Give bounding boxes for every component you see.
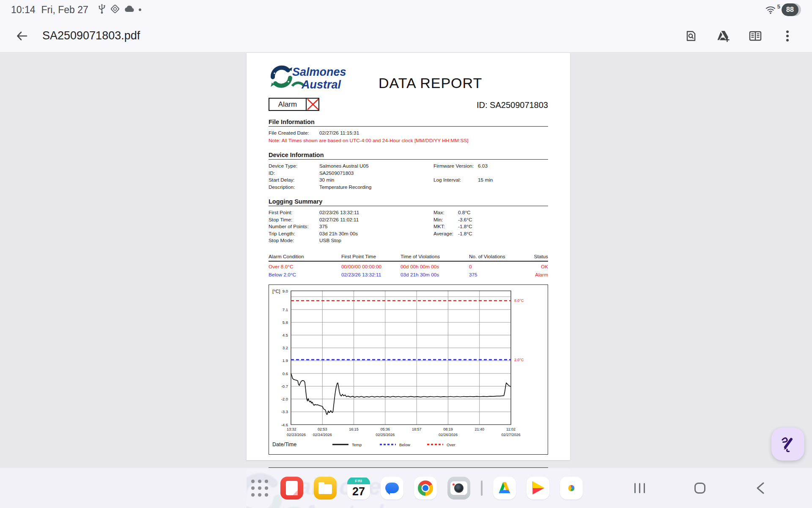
add-to-drive-icon[interactable]	[713, 26, 733, 46]
alarm-flag-label: Alarm	[269, 99, 306, 110]
col-no-of-violations: No. of Violations	[469, 254, 533, 260]
device-info-right: Firmware Version:6.03 Log Interval:15 mi…	[433, 163, 548, 190]
calendar-weekday: FRI	[347, 478, 370, 484]
logo-text-2: Austral	[301, 78, 341, 91]
play-store-app-icon[interactable]	[527, 477, 549, 500]
taskbar: FRI 27	[0, 468, 812, 508]
x-tick-date: 02/27/2026	[501, 433, 520, 437]
device-type-label: Device Type:	[269, 163, 319, 170]
device-info-left: Device Type:Salmones Austral U05 ID:SA25…	[269, 163, 433, 190]
trip-length-label: Trip Length:	[269, 230, 319, 237]
calendar-app-icon[interactable]: FRI 27	[347, 477, 370, 500]
start-delay-label: Start Delay:	[269, 177, 319, 184]
status-alarm: Alarm	[533, 272, 548, 278]
temperature-chart-box: [°C] 8.0°C2.0°C9.07.15.84.53.21.90.6-0.7…	[269, 284, 548, 455]
average-label: Average:	[433, 230, 458, 237]
home-button[interactable]	[691, 479, 709, 497]
section-heading-device-information: Device Information	[269, 152, 548, 160]
y-tick-label: 3.2	[283, 345, 288, 350]
recents-button[interactable]	[630, 479, 649, 497]
annotate-fab[interactable]	[771, 428, 804, 461]
col-alarm-condition: Alarm Condition	[269, 254, 341, 260]
status-ok: OK	[533, 264, 548, 270]
status-right-cluster[interactable]: 5 88	[765, 3, 801, 16]
temperature-chart: [°C] 8.0°C2.0°C9.07.15.84.53.21.90.6-0.7…	[269, 285, 547, 454]
x-tick-time: 11:02	[506, 427, 516, 431]
section-heading-file-information: File Information	[269, 119, 548, 127]
camera-app-icon[interactable]	[447, 477, 470, 500]
y-tick-label: 0.6	[283, 371, 288, 375]
wifi-generation-label: 5	[777, 3, 780, 10]
average-value: -1.8°C	[458, 230, 472, 237]
description-value: Temperature Recording	[319, 184, 371, 191]
status-bar: 10:14 Fri, Feb 27 5 88	[0, 0, 812, 19]
device-id-label: ID:	[269, 170, 319, 177]
alarm-table-row-over: Over 8.0°C 00/00/00 00:00:00 00d 00h 00m…	[269, 264, 548, 270]
alarm-table-header: Alarm Condition First Point Time Time of…	[269, 254, 548, 262]
y-tick-label: -3.3	[281, 409, 288, 414]
col-first-point-time: First Point Time	[341, 254, 401, 260]
google-drive-app-icon[interactable]	[493, 477, 516, 500]
stop-time-label: Stop Time:	[269, 216, 319, 224]
dock: FRI 27	[250, 477, 583, 500]
alarm-checked-x-icon	[306, 99, 318, 110]
first-point-label: First Point:	[269, 209, 319, 216]
google-photos-app-icon[interactable]	[560, 477, 583, 500]
document-title: SA2509071803.pdf	[42, 29, 140, 42]
notification-dot	[139, 8, 141, 11]
col-time-of-violations: Time of Violations	[401, 254, 469, 260]
report-id: ID: SA2509071803	[477, 100, 548, 110]
x-tick-time: 05:36	[381, 427, 390, 431]
legend-label-below: Below	[399, 442, 410, 447]
firmware-label: Firmware Version:	[433, 163, 478, 170]
y-tick-label: -0.7	[281, 384, 288, 388]
number-of-points-value: 375	[319, 223, 328, 230]
min-value: -3.6°C	[458, 216, 472, 224]
y-tick-label: 7.1	[283, 307, 288, 312]
find-in-document-icon[interactable]	[681, 26, 701, 46]
x-tick-time: 21:40	[475, 427, 484, 431]
app-drawer-button[interactable]	[250, 478, 270, 498]
x-tick-time: 16:15	[349, 427, 359, 431]
status-left-cluster[interactable]: 10:14 Fri, Feb 27	[11, 4, 141, 16]
first-point-value: 02/23/26 13:32:11	[319, 209, 359, 216]
x-tick-date: 02/24/2026	[313, 433, 332, 437]
logo-text-1: Salmones	[292, 66, 346, 78]
alarm-flag-box: Alarm	[269, 98, 319, 111]
status-date: Fri, Feb 27	[41, 4, 88, 16]
notes-app-icon[interactable]	[280, 477, 303, 500]
plot-frame	[291, 291, 511, 425]
stop-mode-label: Stop Mode:	[269, 237, 319, 244]
alarm-table: Alarm Condition First Point Time Time of…	[269, 254, 548, 278]
max-label: Max:	[433, 209, 458, 216]
log-interval-label: Log Interval:	[433, 177, 478, 184]
file-created-label: File Created Date:	[269, 130, 319, 137]
min-label: Min:	[433, 216, 458, 224]
x-tick-date: 02/26/2026	[439, 433, 458, 437]
salmones-austral-logo: Salmones Austral	[269, 64, 353, 96]
mkt-value: -1.8°C	[458, 223, 472, 230]
device-id-value: SA2509071803	[319, 170, 354, 177]
y-tick-label: 1.9	[283, 358, 288, 363]
x-tick-time: 18:57	[412, 427, 422, 431]
wifi-icon: 5	[765, 5, 776, 14]
messages-app-icon[interactable]	[381, 477, 403, 500]
cloud-icon	[124, 5, 135, 15]
chrome-app-icon[interactable]	[414, 477, 437, 500]
alarm-table-row-below: Below 2.0°C 02/23/26 13:32:11 03d 21h 30…	[269, 272, 548, 278]
file-created-value: 02/27/26 11:15:31	[319, 130, 359, 137]
logging-summary-left: First Point:02/23/26 13:32:11 Stop Time:…	[269, 209, 433, 244]
pdf-page-1: Salmones Austral DATA REPORT Alarm ID: S…	[247, 53, 570, 460]
section-heading-logging-summary: Logging Summary	[269, 198, 548, 206]
back-button[interactable]	[12, 26, 32, 46]
x-tick-date: 02/25/2026	[376, 433, 395, 437]
stop-mode-value: USB Stop	[319, 237, 341, 244]
overflow-menu-icon[interactable]	[777, 26, 798, 46]
my-files-app-icon[interactable]	[314, 477, 337, 500]
two-page-view-icon[interactable]	[745, 26, 765, 46]
temp-series-line	[291, 373, 511, 414]
y-tick-label: 4.5	[283, 333, 288, 337]
stop-time-value: 02/27/26 11:02:11	[319, 216, 359, 224]
back-nav-button[interactable]	[751, 479, 770, 497]
limit-label-below: 2.0°C	[514, 357, 524, 362]
